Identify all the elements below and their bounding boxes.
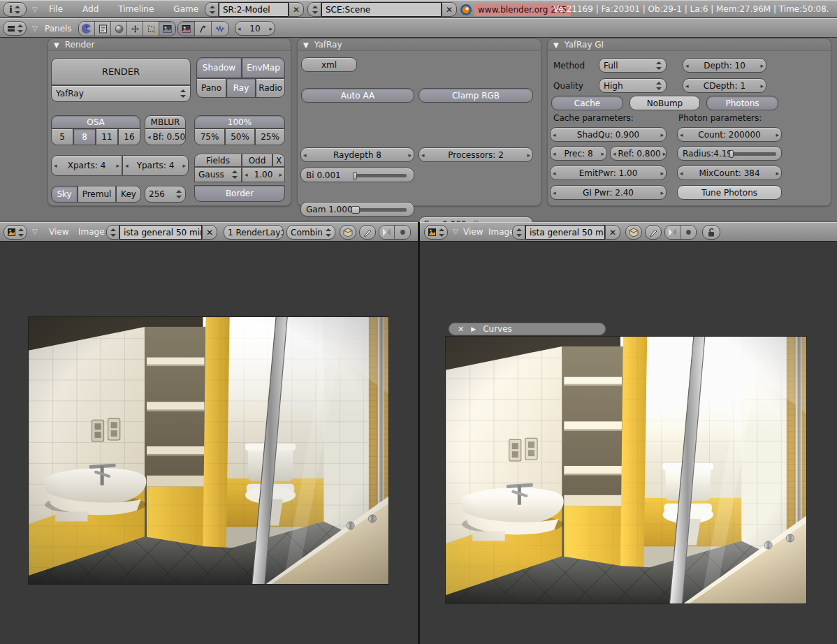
osa-8-button[interactable]: 8: [73, 129, 96, 145]
shading-context-button[interactable]: [111, 22, 127, 36]
image-close-button[interactable]: ✕: [202, 225, 217, 240]
octree-dropdown[interactable]: 256: [145, 186, 186, 203]
sound-buttons-button[interactable]: [212, 22, 228, 36]
script-context-button[interactable]: [95, 22, 111, 36]
premul-toggle[interactable]: Premul: [78, 186, 116, 203]
tune-photons-button[interactable]: Tune Photons: [677, 185, 782, 200]
logic-context-button[interactable]: [79, 22, 95, 36]
record-button[interactable]: [680, 226, 696, 239]
xparts-stepper[interactable]: ◂Xparts: 4▸: [51, 155, 122, 176]
frame-increment-icon[interactable]: ▸: [267, 25, 275, 32]
radius-slider[interactable]: Radius:4.19: [677, 146, 782, 161]
window-type-button[interactable]: [424, 225, 448, 240]
menu-file[interactable]: File: [49, 4, 63, 14]
panel-collapse-icon[interactable]: ▼: [553, 41, 559, 49]
menu-image[interactable]: Image: [78, 227, 105, 237]
radio-toggle[interactable]: Radio: [256, 78, 285, 98]
screen-browse-button[interactable]: [205, 2, 219, 17]
render-button[interactable]: RENDER: [51, 58, 191, 85]
auto-aa-toggle[interactable]: Auto AA: [301, 88, 414, 103]
yafray-gi-panel-header[interactable]: ▼ YafRay GI: [548, 39, 831, 51]
uv-faces-button[interactable]: [340, 225, 356, 240]
osa-5-button[interactable]: 5: [51, 129, 73, 145]
fields-toggle[interactable]: Fields: [194, 154, 242, 167]
mblur-toggle[interactable]: MBLUR: [145, 115, 186, 129]
scene-context-button[interactable]: [159, 22, 175, 36]
menu-image[interactable]: Image: [488, 227, 515, 237]
mixcount-stepper[interactable]: ◂MixCount: 384▸: [677, 166, 782, 180]
window-type-button[interactable]: [3, 225, 27, 240]
menu-view[interactable]: View: [463, 227, 483, 237]
slider-handle[interactable]: [353, 172, 357, 180]
menu-timeline[interactable]: Timeline: [118, 4, 154, 14]
fields-x-toggle[interactable]: X: [272, 154, 285, 167]
panel-collapse-icon[interactable]: ▼: [54, 41, 59, 49]
uv-faces-button[interactable]: [625, 225, 642, 240]
processors-stepper[interactable]: ◂Processors: 2▸: [418, 147, 533, 162]
scene-browse-button[interactable]: [307, 2, 321, 17]
header-collapse-icon[interactable]: ▽: [32, 24, 38, 32]
menu-game[interactable]: Game: [173, 4, 198, 14]
cache-toggle[interactable]: Cache: [551, 96, 623, 110]
blur-factor-stepper[interactable]: ◂Bf: 0.50▸: [145, 129, 186, 145]
image-browse-button[interactable]: [512, 225, 525, 240]
shadow-toggle[interactable]: Shadow: [196, 57, 242, 78]
bias-slider[interactable]: Bi 0.001: [300, 168, 414, 182]
screen-name-field[interactable]: SR:2-Model: [219, 2, 289, 17]
size-50-button[interactable]: 50%: [225, 129, 255, 145]
alpha-display-button[interactable]: [665, 226, 680, 239]
buttons-window-type-button[interactable]: [3, 21, 27, 36]
texture-paint-button[interactable]: [645, 225, 662, 240]
xml-toggle[interactable]: xml: [301, 57, 357, 72]
slider-handle[interactable]: [729, 150, 734, 158]
size-100-button[interactable]: 100%: [194, 115, 285, 129]
render-panel-header[interactable]: ▼ Render: [48, 39, 291, 51]
curves-close-icon[interactable]: ✕: [458, 325, 464, 334]
anim-buttons-button[interactable]: [195, 22, 212, 36]
scene-name-field[interactable]: SCE:Scene: [321, 2, 442, 17]
pano-toggle[interactable]: Pano: [196, 78, 226, 98]
gi-depth-stepper[interactable]: ◂Depth: 10▸: [683, 58, 766, 73]
curves-expand-icon[interactable]: ▶: [471, 325, 476, 332]
filter-size-stepper[interactable]: ◂1.00▸: [242, 167, 285, 182]
clamp-rgb-toggle[interactable]: Clamp RGB: [418, 88, 533, 103]
screen-close-button[interactable]: ✕: [289, 2, 304, 17]
slider-handle[interactable]: [351, 206, 360, 214]
header-collapse-icon[interactable]: ▽: [453, 228, 458, 235]
size-75-button[interactable]: 75%: [194, 129, 225, 145]
shadqu-stepper[interactable]: ◂ShadQu: 0.900▸: [550, 127, 667, 142]
yparts-stepper[interactable]: ◂Yparts: 4▸: [122, 155, 189, 176]
scene-close-button[interactable]: ✕: [442, 2, 457, 17]
filter-dropdown[interactable]: Gauss: [194, 167, 242, 182]
gipwr-stepper[interactable]: ◂GI Pwr: 2.40▸: [550, 185, 667, 200]
image-name-field[interactable]: ista general 50 min.: [119, 225, 202, 240]
render-layer-dropdown[interactable]: 1 RenderLay: [224, 225, 284, 240]
osa-16-button[interactable]: 16: [118, 129, 140, 145]
border-toggle[interactable]: Border: [194, 185, 285, 202]
sky-toggle[interactable]: Sky: [51, 186, 78, 203]
frame-decrement-icon[interactable]: ◂: [235, 25, 243, 32]
raydepth-stepper[interactable]: ◂Raydepth 8▸: [300, 147, 414, 162]
gi-method-dropdown[interactable]: Full: [599, 58, 667, 73]
nobump-toggle[interactable]: NoBump: [629, 96, 700, 110]
odd-toggle[interactable]: Odd: [242, 154, 272, 167]
key-toggle[interactable]: Key: [116, 186, 141, 203]
alpha-display-button[interactable]: [379, 226, 395, 239]
image-browse-button[interactable]: [106, 225, 119, 240]
object-context-button[interactable]: [127, 22, 143, 36]
render-pass-dropdown[interactable]: Combin: [286, 225, 335, 240]
count-stepper[interactable]: ◂Count: 200000▸: [677, 127, 782, 142]
photons-toggle[interactable]: Photons: [706, 96, 778, 110]
osa-11-button[interactable]: 11: [96, 129, 118, 145]
record-button[interactable]: [395, 226, 410, 239]
gamma-slider[interactable]: Gam 1.000: [300, 202, 414, 217]
header-collapse-icon[interactable]: ▽: [32, 228, 38, 235]
window-type-button[interactable]: i: [3, 2, 27, 17]
image-name-field[interactable]: ista general 50 min: [525, 225, 605, 240]
ref-stepper[interactable]: ◂Ref: 0.800▸: [610, 146, 667, 161]
panel-collapse-icon[interactable]: ▼: [303, 41, 309, 49]
editing-context-button[interactable]: [143, 22, 159, 36]
header-collapse-icon[interactable]: ▽: [32, 6, 38, 13]
curves-panel-header[interactable]: ✕ ▶ Curves: [449, 323, 606, 335]
size-25-button[interactable]: 25%: [255, 129, 285, 145]
